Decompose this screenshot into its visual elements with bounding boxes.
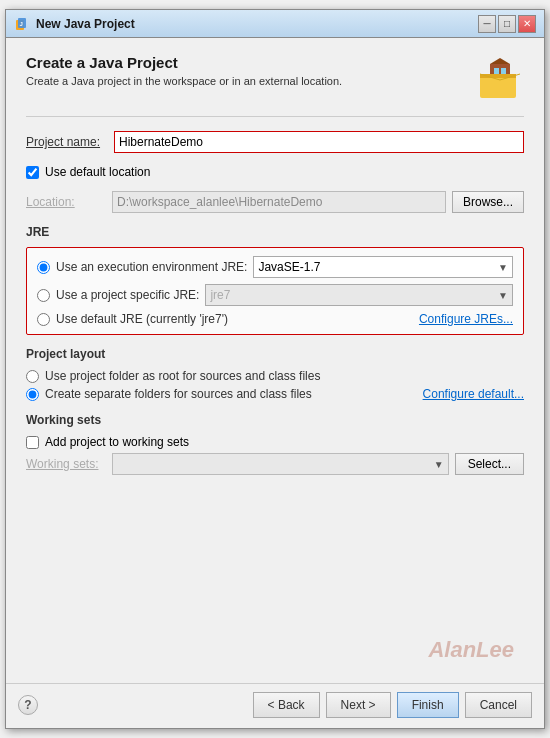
project-layout-section: Project layout Use project folder as roo… xyxy=(26,347,524,401)
dropdown-arrow2-icon: ▼ xyxy=(498,290,508,301)
jre-environment-dropdown[interactable]: JavaSE-1.7 ▼ xyxy=(253,256,513,278)
working-sets-dropdown: ▼ xyxy=(112,453,449,475)
header-divider xyxy=(26,116,524,117)
header-icon xyxy=(476,54,524,102)
button-bar: ? < Back Next > Finish Cancel xyxy=(6,683,544,728)
working-sets-section: Working sets Add project to working sets… xyxy=(26,413,524,475)
layout-option1-row: Use project folder as root for sources a… xyxy=(26,369,524,383)
header-text: Create a Java Project Create a Java proj… xyxy=(26,54,342,87)
window-controls: ─ □ ✕ xyxy=(478,15,536,33)
project-name-row: Project name: xyxy=(26,131,524,153)
add-working-sets-checkbox[interactable] xyxy=(26,436,39,449)
select-button[interactable]: Select... xyxy=(455,453,524,475)
svg-rect-6 xyxy=(501,68,506,74)
layout-option2-row: Create separate folders for sources and … xyxy=(26,387,524,401)
window-icon: J xyxy=(14,16,30,32)
title-bar: J New Java Project ─ □ ✕ xyxy=(6,10,544,38)
working-sets-label: Working sets xyxy=(26,413,524,427)
layout-option2-label: Create separate folders for sources and … xyxy=(45,387,312,401)
header-section: Create a Java Project Create a Java proj… xyxy=(26,54,524,102)
minimize-button[interactable]: ─ xyxy=(478,15,496,33)
jre-option3-row: Use default JRE (currently 'jre7') Confi… xyxy=(37,312,513,326)
jre-option2-radio[interactable] xyxy=(37,289,50,302)
add-working-sets-label: Add project to working sets xyxy=(45,435,189,449)
dialog-subtitle: Create a Java project in the workspace o… xyxy=(26,75,342,87)
jre-option3-radio[interactable] xyxy=(37,313,50,326)
configure-default-link[interactable]: Configure default... xyxy=(423,387,524,401)
jre-specific-dropdown[interactable]: jre7 ▼ xyxy=(205,284,513,306)
dropdown-arrow-icon: ▼ xyxy=(498,262,508,273)
window-title: New Java Project xyxy=(36,17,478,31)
watermark-text: AlanLee xyxy=(26,637,524,667)
dialog-content: Create a Java Project Create a Java proj… xyxy=(6,38,544,683)
maximize-button[interactable]: □ xyxy=(498,15,516,33)
back-button[interactable]: < Back xyxy=(253,692,320,718)
layout-option1-radio[interactable] xyxy=(26,370,39,383)
layout-option1-label: Use project folder as root for sources a… xyxy=(45,369,320,383)
jre-option1-label: Use an execution environment JRE: xyxy=(56,260,247,274)
next-button[interactable]: Next > xyxy=(326,692,391,718)
location-row: Location: Browse... xyxy=(26,191,524,213)
jre-option1-radio[interactable] xyxy=(37,261,50,274)
jre-option2-row: Use a project specific JRE: jre7 ▼ xyxy=(37,284,513,306)
working-sets-field-label: Working sets: xyxy=(26,457,106,471)
project-layout-label: Project layout xyxy=(26,347,524,361)
project-name-label: Project name: xyxy=(26,135,106,149)
navigation-buttons: < Back Next > Finish Cancel xyxy=(253,692,532,718)
configure-jres-link[interactable]: Configure JREs... xyxy=(419,312,513,326)
dialog-title: Create a Java Project xyxy=(26,54,342,71)
cancel-button[interactable]: Cancel xyxy=(465,692,532,718)
main-window: J New Java Project ─ □ ✕ Create a Java P… xyxy=(5,9,545,729)
help-button[interactable]: ? xyxy=(18,695,38,715)
jre-section: JRE Use an execution environment JRE: Ja… xyxy=(26,225,524,335)
use-default-location-label: Use default location xyxy=(45,165,150,179)
finish-button[interactable]: Finish xyxy=(397,692,459,718)
working-sets-arrow-icon: ▼ xyxy=(434,459,444,470)
location-input xyxy=(112,191,446,213)
working-sets-input-row: Working sets: ▼ Select... xyxy=(26,453,524,475)
add-working-sets-row: Add project to working sets xyxy=(26,435,524,449)
spacer xyxy=(26,487,524,625)
jre-option2-label: Use a project specific JRE: xyxy=(56,288,199,302)
use-default-location-row: Use default location xyxy=(26,165,524,179)
jre-option1-row: Use an execution environment JRE: JavaSE… xyxy=(37,256,513,278)
use-default-location-checkbox[interactable] xyxy=(26,166,39,179)
jre-options-box: Use an execution environment JRE: JavaSE… xyxy=(26,247,524,335)
layout-option2-radio[interactable] xyxy=(26,388,39,401)
jre-option3-label: Use default JRE (currently 'jre7') xyxy=(56,312,228,326)
svg-text:J: J xyxy=(20,21,23,27)
jre-section-label: JRE xyxy=(26,225,524,239)
close-button[interactable]: ✕ xyxy=(518,15,536,33)
project-name-input[interactable] xyxy=(114,131,524,153)
svg-rect-5 xyxy=(494,68,499,74)
browse-button[interactable]: Browse... xyxy=(452,191,524,213)
location-label: Location: xyxy=(26,195,106,209)
